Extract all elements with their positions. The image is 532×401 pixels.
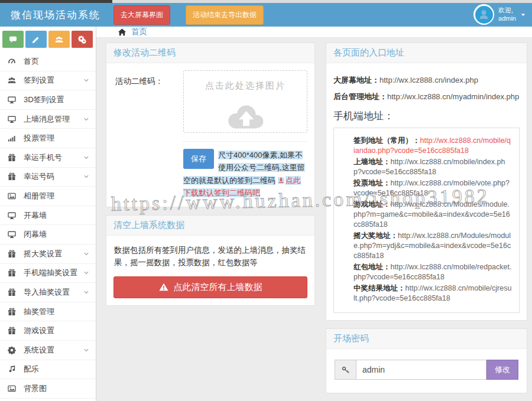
quick-button-attendees[interactable] (48, 31, 70, 48)
sidebar-item-lottery-manage[interactable]: 抽奖管理 (0, 302, 96, 322)
desktop-icon (8, 96, 18, 104)
sidebar-item-label: 摇大奖设置 (24, 249, 62, 259)
caret-down-icon (520, 12, 526, 18)
image-icon (8, 192, 18, 200)
save-button[interactable]: 保存 (183, 149, 214, 169)
quick-button-settings[interactable] (72, 31, 93, 48)
signal-icon (8, 134, 18, 142)
sidebar-item-label: 背景图 (24, 383, 47, 394)
password-panel: 开场密码 修改 (326, 328, 527, 393)
sidebar-item-label: 相册管理 (24, 191, 54, 201)
sidebar-item-game-settings[interactable]: 游戏设置 (0, 321, 96, 341)
address-url: http://wx.lcz888.cn/index.php (379, 76, 478, 84)
user-menu[interactable]: 欢迎, admin (473, 4, 526, 25)
sidebar-item-label: 抽奖管理 (24, 307, 54, 317)
cogs-icon (78, 35, 86, 44)
breadcrumb: 首页 (96, 27, 532, 38)
upload-hint-text: 点击此处选择图片 (184, 80, 307, 92)
download-icon (278, 177, 284, 184)
sidebar-item-checkin-settings[interactable]: 签到设置 (0, 71, 96, 91)
address-label: 摇大奖地址： (353, 232, 398, 240)
sidebar-item-system-settings[interactable]: 系统设置 (0, 341, 96, 360)
users-icon (55, 35, 63, 44)
sidebar-item-vote-manage[interactable]: 投票管理 (0, 129, 96, 148)
address-label: 红包地址： (353, 263, 391, 271)
clear-panel-title: 清空上墙系统数据 (106, 216, 314, 236)
sidebar-item-mobile-lottery-settings[interactable]: 手机端抽奖设置 (0, 264, 96, 283)
music-icon (8, 365, 18, 373)
sidebar-item-label: 开幕墙 (24, 210, 47, 221)
sidebar-item-3d-checkin-settings[interactable]: 3D签到设置 (0, 90, 96, 110)
pencil-icon (32, 35, 40, 44)
sidebar-item-background-image[interactable]: 背景图 (0, 379, 96, 399)
qr-panel-title: 修改活动二维码 (106, 43, 314, 63)
clear-description: 数据包括所有签到用户信息，发送的上墙消息，抽奖结果，摇一摇数据，投票数据，红包数… (114, 244, 307, 269)
entry-lines: 大屏幕地址：http://wx.lcz888.cn/index.php后台管理地… (333, 75, 520, 102)
sidebar-item-label: 系统设置 (24, 345, 54, 356)
sidebar-item-label: 手机端抽奖设置 (24, 268, 77, 278)
gift-icon (8, 288, 18, 296)
sidebar-item-label: 幸运号码 (24, 171, 54, 182)
chevron-down-icon (83, 116, 89, 122)
big-screen-button[interactable]: 去大屏幕界面 (113, 5, 170, 25)
sidebar-item-shake-prize-settings[interactable]: 摇大奖设置 (0, 244, 96, 264)
sidebar-item-lucky-number[interactable]: 幸运号码 (0, 168, 96, 187)
users-icon (8, 76, 18, 84)
app-header: 微信现场活动系统 去大屏幕界面 活动结束去导出数据 欢迎, admin (0, 3, 532, 27)
gift-icon (8, 172, 18, 181)
warning-icon (159, 283, 168, 291)
address-label: 大屏幕地址： (333, 76, 379, 84)
image-icon (8, 384, 18, 393)
sidebar-menu: 首页签到设置3D签到设置上墙消息管理投票管理幸运手机号幸运号码相册管理开幕墙闭幕… (0, 52, 96, 399)
sidebar-item-label: 闭幕墙 (24, 229, 47, 240)
sidebar-item-music[interactable]: 配乐 (0, 360, 96, 380)
sidebar-item-closing-wall[interactable]: 闭幕墙 (0, 225, 96, 244)
sidebar-item-wall-message-manage[interactable]: 上墙消息管理 (0, 110, 96, 129)
address-url: http://wx.lcz888.cn/myadmin/index.php (387, 92, 519, 101)
sidebar-item-label: 3D签到设置 (24, 94, 64, 105)
clear-all-data-button[interactable]: 点此清空所有上墙数据 (113, 276, 307, 298)
welcome-text: 欢迎, (498, 6, 516, 14)
sidebar-item-album-manage[interactable]: 相册管理 (0, 187, 96, 206)
sidebar-item-label: 配乐 (24, 364, 39, 374)
quick-buttons (0, 27, 96, 52)
divider (183, 141, 307, 142)
mobile-address-line: 中奖结果地址：http://wx.lcz888.cn/mobile/cjresu… (353, 283, 512, 304)
password-panel-title: 开场密码 (326, 329, 527, 349)
desktop-icon (8, 230, 18, 239)
sidebar-item-label: 游戏设置 (24, 325, 54, 336)
opening-password-input[interactable] (356, 360, 486, 380)
mobile-address-line: 红包地址：http://wx.lcz888.cn/mobile/redpacke… (353, 262, 512, 282)
chevron-down-icon (83, 251, 89, 257)
desktop-icon (8, 115, 18, 123)
address-label: 游戏地址： (353, 200, 391, 208)
desktop-icon (8, 211, 18, 220)
entry-address-panel: 各页面的入口地址 大屏幕地址：http://wx.lcz888.cn/index… (326, 43, 527, 321)
comment-icon (9, 35, 17, 44)
gift-icon (8, 154, 18, 162)
app-title: 微信现场活动系统 (0, 8, 113, 22)
gift-icon (8, 308, 18, 316)
quick-button-edit[interactable] (25, 31, 47, 48)
breadcrumb-home-link[interactable]: 首页 (131, 27, 147, 37)
mobile-address-line: 上墙地址：http://wx.lcz888.cn/mobile/index.ph… (353, 157, 512, 177)
sidebar-item-label: 签到设置 (24, 75, 54, 86)
avatar[interactable] (473, 4, 494, 25)
quick-button-messages[interactable] (2, 31, 24, 48)
address-label: 后台管理地址： (333, 92, 387, 101)
sidebar-item-label: 上墙消息管理 (24, 114, 70, 125)
gear-icon (8, 346, 18, 354)
chevron-down-icon (83, 77, 89, 83)
modify-password-button[interactable]: 修改 (486, 360, 518, 380)
key-icon (335, 360, 356, 380)
sidebar-item-import-lottery-settings[interactable]: 导入抽奖设置 (0, 283, 96, 302)
qr-field-label: 活动二维码： (113, 70, 183, 133)
address-label: 投票地址： (353, 179, 391, 187)
qr-upload-dropzone[interactable]: 点击此处选择图片 (183, 70, 307, 133)
sidebar-item-lucky-phone[interactable]: 幸运手机号 (0, 148, 96, 168)
export-data-button[interactable]: 活动结束去导出数据 (186, 5, 264, 25)
clear-data-panel: 清空上墙系统数据 数据包括所有签到用户信息，发送的上墙消息，抽奖结果，摇一摇数据… (106, 215, 315, 306)
chevron-down-icon (83, 347, 89, 353)
sidebar-item-opening-wall[interactable]: 开幕墙 (0, 206, 96, 226)
sidebar-item-home[interactable]: 首页 (0, 52, 96, 71)
